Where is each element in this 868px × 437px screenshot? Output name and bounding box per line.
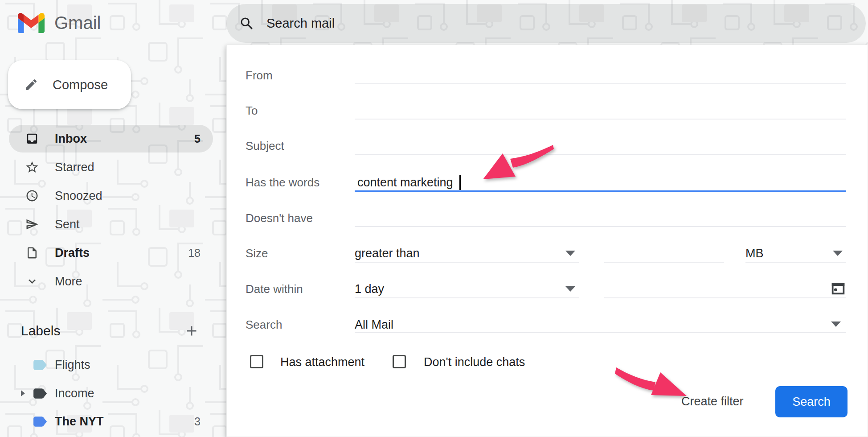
sidebar-item-sent[interactable]: Sent: [9, 210, 213, 238]
chevron-down-icon: [25, 274, 39, 289]
sidebar-item-more[interactable]: More: [9, 268, 213, 295]
calendar-icon[interactable]: [830, 280, 847, 297]
create-filter-button[interactable]: Create filter: [681, 395, 757, 408]
dropdown-caret-icon[interactable]: [565, 251, 575, 256]
size-operator-underline: [355, 262, 579, 263]
search-button[interactable]: Search: [775, 386, 848, 417]
to-field[interactable]: [355, 119, 846, 120]
date-within-label: Date within: [246, 282, 303, 296]
dont-include-chats-checkbox[interactable]: [393, 355, 406, 368]
date-within-select[interactable]: 1 day: [355, 282, 384, 296]
unread-count: 3: [169, 415, 201, 428]
sidebar-item-label: More: [55, 275, 82, 289]
subject-label: Subject: [246, 139, 284, 153]
text-cursor: [459, 175, 461, 190]
advanced-search-panel: From To Subject Has the words content ma…: [226, 45, 868, 437]
date-field[interactable]: [604, 297, 846, 298]
focused-underline: [355, 190, 846, 192]
size-unit-underline: [745, 262, 846, 263]
sidebar-item-label: Snoozed: [55, 189, 102, 203]
inbox-icon: [25, 132, 39, 146]
size-amount-field[interactable]: [604, 262, 724, 263]
sidebar-item-label: Drafts: [55, 246, 90, 260]
sidebar-item-snoozed[interactable]: Snoozed: [9, 182, 213, 210]
date-within-underline: [355, 297, 579, 298]
sidebar-item-label: Sent: [55, 218, 80, 231]
gmail-m-icon: [18, 13, 45, 33]
search-bar[interactable]: Search mail: [226, 4, 866, 43]
sidebar-label-the-nyt[interactable]: The NYT 3: [9, 408, 213, 435]
pencil-icon: [24, 78, 38, 92]
from-field[interactable]: [355, 83, 846, 84]
search-icon: [239, 16, 255, 32]
sidebar-label-income[interactable]: Income: [9, 379, 213, 407]
to-label: To: [246, 104, 258, 118]
sidebar-item-inbox[interactable]: Inbox 5: [9, 125, 213, 153]
expand-arrow-icon[interactable]: [21, 390, 25, 396]
search-scope-select[interactable]: All Mail: [355, 318, 393, 332]
gmail-wordmark: Gmail: [54, 13, 101, 33]
search-scope-label: Search: [246, 318, 282, 332]
compose-label: Compose: [53, 78, 108, 92]
has-the-words-label: Has the words: [246, 176, 319, 190]
subject-field[interactable]: [355, 154, 846, 155]
sidebar-item-label: Flights: [55, 358, 90, 372]
sidebar-item-label: Starred: [55, 161, 94, 174]
sidebar-label-flights[interactable]: Flights: [9, 351, 213, 379]
star-icon: [25, 160, 39, 174]
sidebar-item-drafts[interactable]: Drafts 18: [9, 239, 213, 267]
search-mail-input[interactable]: Search mail: [266, 16, 335, 31]
label-tag-icon: [33, 416, 48, 428]
unread-count: 5: [169, 132, 201, 145]
dropdown-caret-icon[interactable]: [831, 322, 841, 327]
draft-icon: [25, 246, 39, 260]
size-label: Size: [246, 247, 268, 260]
sidebar-item-label: The NYT: [55, 415, 104, 429]
gmail-window: Gmail Search mail Compose Inbox 5 Starre…: [0, 0, 868, 437]
dropdown-caret-icon[interactable]: [833, 251, 843, 256]
dropdown-caret-icon[interactable]: [565, 286, 575, 292]
clock-icon: [25, 189, 39, 203]
compose-button[interactable]: Compose: [8, 60, 131, 109]
sidebar-item-label: Income: [55, 387, 94, 400]
label-tag-icon: [33, 359, 48, 371]
doesnt-have-label: Doesn't have: [246, 211, 313, 225]
sidebar-item-starred[interactable]: Starred: [9, 153, 213, 181]
labels-heading: Labels: [21, 323, 60, 338]
plus-icon[interactable]: [184, 323, 200, 339]
from-label: From: [246, 69, 273, 82]
doesnt-have-field[interactable]: [355, 226, 846, 227]
size-operator-select[interactable]: greater than: [355, 247, 420, 260]
has-the-words-field[interactable]: content marketing: [357, 176, 453, 190]
size-unit-select[interactable]: MB: [745, 247, 764, 260]
has-attachment-checkbox[interactable]: [250, 355, 263, 368]
label-tag-icon: [33, 388, 48, 400]
dont-include-chats-label: Don't include chats: [424, 355, 525, 369]
unread-count: 18: [169, 247, 201, 260]
search-scope-underline: [355, 332, 846, 333]
gmail-logo: Gmail: [18, 13, 101, 33]
has-attachment-label: Has attachment: [280, 355, 364, 369]
sidebar-item-label: Inbox: [55, 132, 87, 146]
send-icon: [25, 217, 39, 231]
